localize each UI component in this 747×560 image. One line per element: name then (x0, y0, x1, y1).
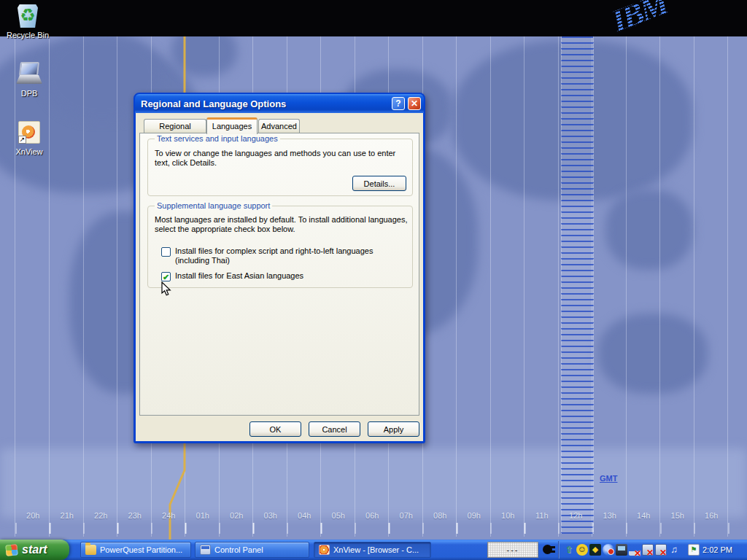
desktop-icon-label: XnView (1, 147, 57, 156)
red-x-overlay: ✕ (646, 549, 654, 556)
timezone-label: 24h (152, 511, 186, 523)
groupbox-caption: Supplemental language support (155, 201, 272, 210)
laptop-base (16, 75, 42, 84)
timezone-label: 22h (84, 511, 118, 523)
messenger-icon[interactable]: ☺ (576, 544, 588, 556)
timezone-label: 15h (661, 511, 695, 523)
desktop-icon-dpb[interactable]: DPB (1, 61, 57, 98)
start-button[interactable]: start (0, 540, 69, 560)
close-icon[interactable]: ✕ (408, 97, 421, 110)
checkbox-unchecked[interactable] (161, 247, 171, 257)
timezone-label: 06h (355, 511, 390, 523)
languages-tab-page: Text services and input languages To vie… (139, 133, 419, 416)
timezone-label: 11h (525, 511, 560, 523)
help-button[interactable]: ? (392, 97, 405, 110)
red-x-overlay: ✕ (659, 549, 667, 556)
mouse-cursor (161, 281, 173, 298)
display-flag-icon[interactable]: ⚑ (688, 544, 700, 556)
desktop-icon-label: Recycle Bin (0, 31, 55, 39)
checkbox-label: Install files for complex script and rig… (175, 246, 406, 265)
volume-icon[interactable]: ♫ (668, 544, 680, 556)
plug-prongs (551, 546, 555, 548)
desktop: GMT 20h 21h 22h 23h 24h 01h 02h 03h 04h … (0, 0, 747, 560)
groupbox-text: Most languages are installed by default.… (155, 215, 411, 234)
timezone-label: 21h (50, 511, 85, 523)
regional-language-options-dialog: Regional and Language Options ? ✕ Region… (133, 93, 425, 443)
laptop-icon (16, 61, 42, 88)
xnview-icon: ↗ (16, 120, 42, 146)
checkbox-checked[interactable]: ✔ (161, 272, 171, 281)
checkbox-row-east-asian[interactable]: ✔ Install files for East Asian languages (161, 271, 406, 281)
dialog-titlebar[interactable]: Regional and Language Options ? ✕ (135, 94, 424, 113)
recycle-bin-icon: ♻ (15, 3, 41, 29)
start-label: start (22, 543, 47, 556)
timezone-label-row: 20h 21h 22h 23h 24h 01h 02h 03h 04h 05h … (0, 511, 747, 523)
system-tray: ⇧ ☺ ◆ ✕ ✕ ✕ ♫ (563, 544, 680, 556)
supplemental-groupbox: Supplemental language support Most langu… (147, 206, 413, 288)
timezone-label: 12h (559, 511, 593, 523)
groupbox-caption: Text services and input languages (155, 134, 280, 143)
timezone-label: 08h (423, 511, 457, 523)
timezone-ticks (0, 523, 747, 534)
timezone-label: 13h (593, 511, 627, 523)
gmt-timezone-highlight-band (561, 36, 594, 534)
taskbar-task-control-panel[interactable]: Control Panel (195, 542, 309, 558)
tab-languages[interactable]: Languages (206, 117, 258, 134)
text-services-groupbox: Text services and input languages To vie… (147, 139, 413, 196)
audio-error-icon[interactable]: ✕ (655, 544, 667, 556)
gmt-label: GMT (600, 474, 617, 483)
timezone-label: 16h (694, 511, 729, 523)
desktop-icon-xnview[interactable]: ↗ XnView (1, 120, 57, 156)
xnview-icon (319, 545, 330, 555)
timezone-label: 20h (16, 511, 50, 523)
control-panel-icon (200, 545, 211, 555)
ok-button[interactable]: OK (249, 421, 301, 437)
timezone-label: 02h (220, 511, 254, 523)
recycle-glyph: ♻ (15, 5, 41, 26)
taskbar: start PowerQuest Partition... Control Pa… (0, 540, 747, 560)
task-label: PowerQuest Partition... (100, 545, 182, 554)
monitor-error-icon[interactable]: ✕ (642, 544, 654, 556)
tray-divider (558, 541, 560, 559)
language-deskband[interactable]: --- (487, 542, 538, 558)
lan-icon[interactable] (616, 544, 627, 556)
details-button[interactable]: Details... (352, 176, 406, 191)
signal-error-icon[interactable]: ✕ (629, 544, 640, 556)
apply-button[interactable]: Apply (368, 421, 419, 437)
cancel-button[interactable]: Cancel (309, 421, 360, 437)
task-label: XnView - [Browser - C... (333, 545, 419, 554)
network-alert-icon[interactable] (603, 544, 614, 556)
checkbox-row-complex-script[interactable]: Install files for complex script and rig… (161, 246, 406, 265)
red-x-overlay: ✕ (634, 550, 641, 557)
eject-hardware-icon[interactable]: ⇧ (563, 544, 575, 556)
dialog-title: Regional and Language Options (135, 98, 392, 109)
tab-regional-options[interactable]: Regional Options (144, 119, 206, 133)
taskbar-task-powerquest[interactable]: PowerQuest Partition... (80, 542, 191, 558)
plug-icon[interactable] (541, 543, 556, 556)
timezone-label: 10h (491, 511, 525, 523)
timezone-label: 04h (287, 511, 322, 523)
task-label: Control Panel (214, 545, 263, 554)
taskbar-clock: 2:02 PM (703, 540, 732, 560)
laptop-screen (19, 62, 39, 76)
timezone-label: 14h (627, 511, 661, 523)
timezone-label: 01h (186, 511, 220, 523)
tab-advanced[interactable]: Advanced (258, 119, 300, 133)
groupbox-text: To view or change the languages and meth… (155, 149, 409, 168)
desktop-icon-recycle-bin[interactable]: ♻ Recycle Bin (0, 3, 55, 39)
taskbar-task-xnview[interactable]: XnView - [Browser - C... (314, 542, 431, 558)
timezone-label: 07h (390, 511, 424, 523)
shortcut-arrow-icon: ↗ (18, 136, 26, 144)
timezone-label: 09h (457, 511, 492, 523)
checkbox-label: Install files for East Asian languages (175, 271, 303, 281)
timezone-label: 05h (322, 511, 356, 523)
desktop-icon-label: DPB (1, 89, 57, 98)
folder-icon (85, 545, 96, 555)
mail-icon[interactable]: ◆ (589, 544, 601, 556)
timezone-label: 23h (118, 511, 152, 523)
timezone-label: 03h (254, 511, 288, 523)
windows-flag-icon (5, 544, 18, 556)
